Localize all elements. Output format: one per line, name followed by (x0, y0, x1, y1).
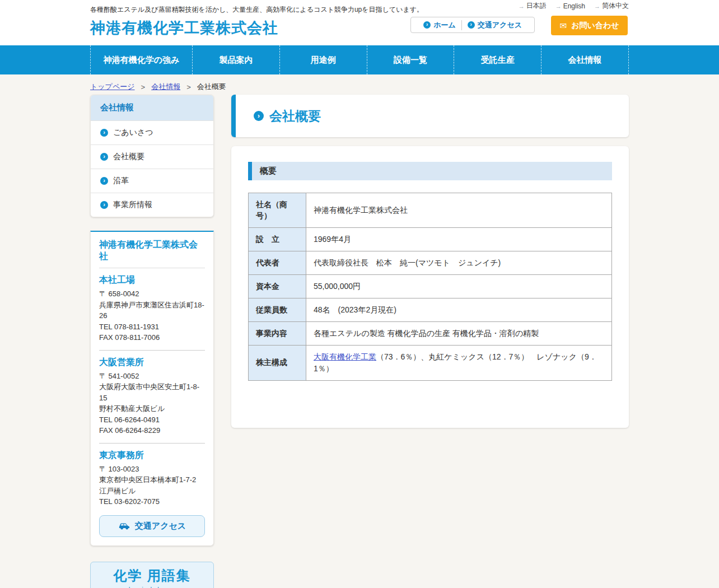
row-value: 各種エステルの製造 有機化学品の生産 有機化学品・溶剤の精製 (306, 321, 612, 345)
table-row-shareholders: 株主構成 大阪有機化学工業（73．6％）、丸紅ケミックス（12．7％） レゾナッ… (249, 345, 612, 380)
office-tel: TEL 03-6202-7075 (99, 496, 205, 507)
arrow-right-icon: → (594, 3, 600, 10)
nav-item-contract[interactable]: 受託生産 (454, 45, 541, 74)
nav-item-applications[interactable]: 用途例 (279, 45, 367, 74)
site-header: 各種酢酸エステル及び蒸留精製技術を活かし、大量生産、高効率化によるコスト競争力u… (0, 0, 719, 45)
row-label: 設 立 (249, 227, 306, 251)
traffic-access-button[interactable]: 交通アクセス (99, 515, 205, 537)
row-value: 48名 (2023年2月現在) (306, 298, 612, 321)
sidebar-item-history[interactable]: 沿革 (91, 169, 213, 193)
breadcrumb: トップページ > 会社情報 > 会社概要 (90, 82, 629, 92)
row-label: 資本金 (249, 274, 306, 298)
office-address: 東京都中央区日本橋本町1-7-2 (99, 474, 205, 486)
home-link-label: ホーム (433, 20, 456, 30)
sidebar-item-offices[interactable]: 事業所情報 (91, 193, 213, 217)
car-icon (118, 522, 130, 530)
row-value: 神港有機化学工業株式会社 (306, 193, 612, 228)
breadcrumb-current: 会社概要 (197, 82, 226, 92)
sidebar-menu: 会社情報 ごあいさつ 会社概要 沿革 事業所情報 (90, 95, 214, 217)
office-name[interactable]: 東京事務所 (99, 450, 205, 461)
page-title-text: 会社概要 (269, 108, 321, 125)
sidebar-item-overview[interactable]: 会社概要 (91, 144, 213, 169)
office-fax: FAX 078-811-7006 (99, 332, 205, 343)
row-value: 55,000,000円 (306, 274, 612, 298)
site-title[interactable]: 神港有機化学工業株式会社 (90, 18, 278, 38)
table-row-representative: 代表者 代表取締役社長 松本 純一(マツモト ジュンイチ) (249, 251, 612, 274)
office-postal: 〒 658-0042 (99, 288, 205, 300)
sidebar-item-label: 事業所情報 (113, 200, 152, 210)
circle-arrow-icon (100, 129, 108, 137)
contact-button[interactable]: ✉ お問い合わせ (551, 16, 628, 35)
circle-arrow-icon (468, 21, 475, 29)
divider (99, 443, 205, 444)
circle-arrow-icon (100, 177, 108, 185)
table-row-employees: 従業員数 48名 (2023年2月現在) (249, 298, 612, 321)
header-tagline: 各種酢酸エステル及び蒸留精製技術を活かし、大量生産、高効率化によるコスト競争力u… (90, 5, 423, 15)
lang-english[interactable]: →English (555, 1, 585, 11)
sidebar-item-label: 沿革 (113, 176, 129, 186)
office-tel: TEL 078-811-1931 (99, 321, 205, 333)
lang-japanese[interactable]: →日本語 (519, 1, 547, 11)
circle-arrow-icon (100, 153, 108, 161)
row-label: 事業内容 (249, 321, 306, 345)
sidebar-company-title: 神港有機化学工業株式会社 (99, 239, 205, 268)
home-link[interactable]: ホーム (418, 20, 461, 30)
section-heading: 概要 (248, 162, 612, 180)
lang-label: English (563, 2, 585, 10)
office-building: 野村不動産大阪ビル (99, 403, 205, 414)
breadcrumb-section[interactable]: 会社情報 (151, 82, 180, 92)
divider (99, 350, 205, 351)
office-postal: 〒 541-0052 (99, 371, 205, 382)
row-value: 代表取締役社長 松本 純一(マツモト ジュンイチ) (306, 251, 612, 274)
office-name[interactable]: 大阪営業所 (99, 357, 205, 368)
envelope-icon: ✉ (560, 21, 567, 30)
lang-label: 简体中文 (602, 1, 629, 11)
office-building: 江戸橋ビル (99, 486, 205, 497)
sidebar-company-card: 神港有機化学工業株式会社 本社工場 〒 658-0042 兵庫県神戸市東灘区住吉… (90, 231, 214, 546)
table-row-business: 事業内容 各種エステルの製造 有機化学品の生産 有機化学品・溶剤の精製 (249, 321, 612, 345)
circle-arrow-icon (254, 111, 264, 121)
contact-button-label: お問い合わせ (571, 21, 619, 31)
glossary-subtitle: chemical glossary (91, 586, 213, 588)
sidebar-item-label: ごあいさつ (113, 128, 153, 138)
office-address: 兵庫県神戸市東灘区住吉浜町18-26 (99, 300, 205, 321)
office-postal: 〒 103-0023 (99, 464, 205, 475)
breadcrumb-home[interactable]: トップページ (90, 82, 135, 92)
sidebar-item-greeting[interactable]: ごあいさつ (91, 120, 213, 144)
nav-item-products[interactable]: 製品案内 (192, 45, 279, 74)
glossary-banner[interactable]: 化学 用語集 chemical glossary (90, 562, 214, 588)
row-value: 大阪有機化学工業（73．6％）、丸紅ケミックス（12．7％） レゾナック（9．1… (306, 345, 612, 380)
table-row-name: 社名（商号） 神港有機化学工業株式会社 (249, 193, 612, 228)
office-head-factory: 本社工場 〒 658-0042 兵庫県神戸市東灘区住吉浜町18-26 TEL 0… (99, 274, 205, 343)
access-link[interactable]: 交通アクセス (461, 20, 527, 30)
shareholder-link[interactable]: 大阪有機化学工業 (314, 352, 376, 361)
page-title: 会社概要 (254, 108, 321, 125)
row-label: 代表者 (249, 251, 306, 274)
header-quick-links: ホーム 交通アクセス (410, 17, 535, 33)
nav-item-company[interactable]: 会社情報 (541, 45, 629, 74)
table-row-capital: 資本金 55,000,000円 (249, 274, 612, 298)
sidebar: 会社情報 ごあいさつ 会社概要 沿革 事業所情報 神港有機化学工業株式会社 本社… (90, 95, 214, 588)
page-title-card: 会社概要 (231, 95, 629, 137)
nav-item-strengths[interactable]: 神港有機化学の強み (90, 45, 192, 74)
row-value: 1969年4月 (306, 227, 612, 251)
glossary-title: 化学 用語集 (91, 567, 213, 585)
language-switcher: →日本語 →English →简体中文 (519, 1, 629, 11)
access-link-label: 交通アクセス (478, 20, 522, 30)
circle-arrow-icon (423, 21, 431, 29)
row-label: 従業員数 (249, 298, 306, 321)
arrow-right-icon: → (555, 3, 562, 10)
office-name[interactable]: 本社工場 (99, 274, 205, 286)
office-tel: TEL 06-6264-0491 (99, 414, 205, 426)
breadcrumb-separator: > (141, 83, 146, 91)
table-row-established: 設 立 1969年4月 (249, 227, 612, 251)
sidebar-menu-title: 会社情報 (91, 95, 213, 120)
sidebar-item-label: 会社概要 (113, 152, 144, 162)
breadcrumb-separator: > (186, 83, 191, 91)
lang-chinese[interactable]: →简体中文 (594, 1, 629, 11)
main-content: 会社概要 概要 社名（商号） 神港有機化学工業株式会社 設 立 1969年4月 (231, 95, 629, 588)
company-overview-card: 概要 社名（商号） 神港有機化学工業株式会社 設 立 1969年4月 代表者 (231, 146, 629, 428)
company-info-table: 社名（商号） 神港有機化学工業株式会社 設 立 1969年4月 代表者 代表取締… (248, 193, 612, 381)
arrow-right-icon: → (519, 3, 525, 10)
nav-item-equipment[interactable]: 設備一覧 (367, 45, 454, 74)
